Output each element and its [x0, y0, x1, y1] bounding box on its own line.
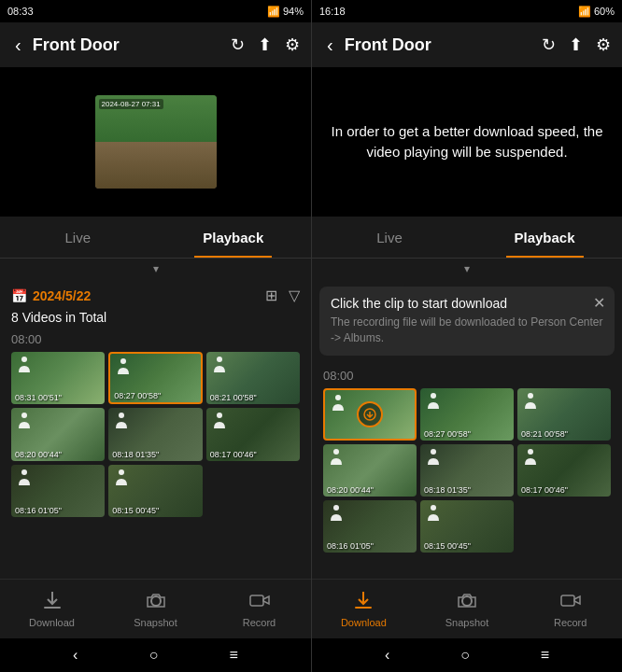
person-icon-r1	[331, 394, 346, 413]
content-area-left: 📅 2024/5/22 ⊞ ▽ 8 Videos in Total 08:00 …	[0, 279, 311, 579]
sys-back-right[interactable]: ‹	[385, 647, 389, 664]
status-bar-left: 08:33 📶 94%	[0, 0, 311, 22]
status-time-left: 08:33	[7, 6, 34, 17]
sys-recent-left[interactable]: ≡	[230, 647, 238, 664]
video-thumb-r7[interactable]: 08:16 01'05"	[323, 500, 417, 553]
svg-point-3	[21, 413, 27, 418]
sys-home-left[interactable]: ○	[149, 647, 159, 664]
nav-icons-left: ↻ ⬆ ⚙	[231, 35, 300, 55]
video-thumb-7[interactable]: 08:16 01'05"	[11, 465, 105, 517]
settings-icon-right[interactable]: ⚙	[596, 35, 611, 55]
download-message-text: In order to get a better download speed,…	[331, 121, 603, 163]
rotate-icon-left[interactable]: ↻	[231, 35, 245, 55]
share-icon-left[interactable]: ⬆	[258, 35, 272, 55]
video-time-6: 08:17 00'46"	[210, 450, 257, 459]
video-time-8: 08:15 00'45"	[112, 506, 159, 515]
video-thumb-r2[interactable]: 08:27 00'58"	[420, 388, 514, 441]
video-thumb-r3[interactable]: 08:21 00'58"	[517, 388, 611, 441]
record-button-left[interactable]: Record	[207, 590, 311, 628]
video-thumb-2[interactable]: 08:27 00'58"	[108, 352, 202, 404]
person-icon-6	[212, 412, 227, 430]
person-icon-3	[212, 356, 227, 374]
calendar-icon-left: 📅	[11, 288, 27, 303]
share-icon-right[interactable]: ⬆	[569, 35, 583, 55]
video-time-r7: 08:16 01'05"	[327, 541, 374, 551]
settings-icon-left[interactable]: ⚙	[285, 35, 300, 55]
video-thumb-r1[interactable]	[323, 388, 417, 441]
sys-home-right[interactable]: ○	[460, 647, 470, 664]
tooltip-subtitle: The recording file will be downloaded to…	[331, 315, 603, 346]
rotate-icon-right[interactable]: ↻	[542, 35, 556, 55]
snapshot-button-left[interactable]: Snapshot	[104, 590, 207, 628]
tab-playback-right[interactable]: Playback	[467, 217, 622, 258]
video-time-r2: 08:27 00'58"	[424, 429, 471, 439]
svg-point-11	[335, 395, 341, 400]
snapshot-icon-right	[456, 590, 478, 614]
download-indicator-r1	[357, 401, 383, 427]
svg-point-21	[462, 596, 472, 606]
download-label-left: Download	[29, 617, 75, 628]
right-panel: 16:18 📶 60% ‹ Front Door ↻ ⬆ ⚙ In order …	[311, 0, 622, 672]
video-time-r6: 08:17 00'46"	[521, 485, 568, 495]
record-button-right[interactable]: Record	[518, 590, 622, 628]
video-thumb-3[interactable]: 08:21 00'58"	[206, 352, 300, 404]
svg-point-14	[528, 393, 533, 399]
video-thumb-1[interactable]: 08:31 00'51"	[11, 352, 105, 404]
download-button-left[interactable]: Download	[0, 590, 104, 628]
time-left: 08:33	[7, 6, 34, 17]
sys-back-left[interactable]: ‹	[73, 647, 78, 664]
video-thumb-r8[interactable]: 08:15 00'45"	[420, 500, 514, 553]
video-thumb-r4[interactable]: 08:20 00'44"	[323, 444, 417, 497]
grid-icon-left[interactable]: ⊞	[265, 287, 277, 304]
video-thumb-6[interactable]: 08:17 00'46"	[206, 408, 300, 460]
tab-live-left[interactable]: Live	[0, 217, 156, 258]
svg-rect-22	[561, 595, 574, 606]
video-thumb-r5[interactable]: 08:18 01'35"	[420, 444, 514, 497]
video-thumb-r6[interactable]: 08:17 00'46"	[517, 444, 611, 497]
battery-right: 60%	[594, 6, 615, 17]
snapshot-icon-left	[145, 590, 167, 614]
top-nav-left: ‹ Front Door ↻ ⬆ ⚙	[0, 22, 311, 67]
filter-icon-left[interactable]: ▽	[289, 287, 300, 304]
record-icon-right	[559, 590, 582, 614]
sys-recent-right[interactable]: ≡	[541, 647, 549, 664]
download-button-right[interactable]: Download	[312, 590, 416, 628]
back-button-left[interactable]: ‹	[11, 31, 25, 60]
svg-point-7	[119, 469, 124, 475]
camera-timestamp-left: 2024-08-27 07:31	[99, 99, 163, 109]
record-icon-left	[248, 590, 271, 614]
video-thumb-4[interactable]: 08:20 00'44"	[11, 408, 105, 460]
video-thumb-8[interactable]: 08:15 00'45"	[108, 465, 202, 517]
time-right: 16:18	[319, 6, 346, 17]
svg-point-18	[333, 505, 339, 511]
person-icon-8	[114, 469, 129, 487]
svg-point-13	[431, 393, 436, 399]
dropdown-arrow-right[interactable]: ▾	[312, 259, 622, 279]
video-thumb-5[interactable]: 08:18 01'35"	[108, 408, 202, 460]
tooltip-title: Click the clip to start download	[331, 296, 603, 311]
time-label-left: 08:00	[11, 332, 300, 346]
back-button-right[interactable]: ‹	[323, 31, 337, 60]
svg-point-6	[21, 469, 27, 475]
svg-point-5	[217, 413, 222, 418]
status-icons-left: 📶 94%	[267, 6, 304, 18]
tooltip-close-button[interactable]: ✕	[593, 294, 605, 312]
svg-rect-20	[355, 607, 372, 609]
date-left-section: 📅 2024/5/22	[11, 288, 91, 303]
svg-point-17	[528, 449, 533, 455]
tab-playback-left[interactable]: Playback	[156, 217, 312, 258]
svg-point-16	[431, 449, 436, 455]
person-icon-5	[114, 412, 129, 430]
signal-icon: 📶	[267, 6, 280, 18]
date-text-left: 2024/5/22	[33, 288, 91, 303]
camera-thumbnail-left[interactable]: 2024-08-27 07:31	[95, 95, 217, 189]
status-time-right: 16:18	[319, 6, 346, 17]
tab-live-right[interactable]: Live	[312, 217, 467, 258]
record-label-right: Record	[554, 617, 587, 628]
dropdown-arrow-left[interactable]: ▾	[0, 259, 311, 279]
nav-icons-right: ↻ ⬆ ⚙	[542, 35, 611, 55]
snapshot-button-right[interactable]: Snapshot	[416, 590, 519, 628]
svg-point-19	[431, 505, 436, 511]
person-icon-1	[17, 356, 32, 374]
svg-rect-10	[250, 595, 263, 606]
